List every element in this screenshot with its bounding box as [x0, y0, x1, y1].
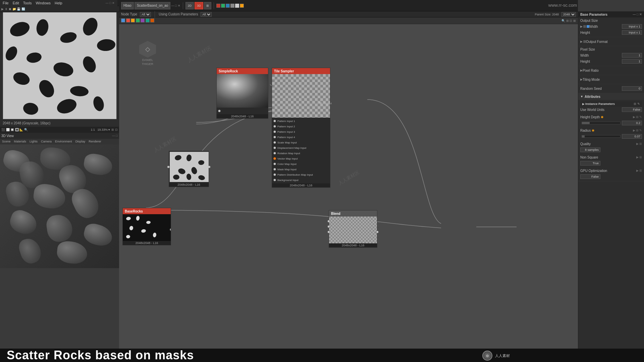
node-type-select[interactable]: All: [140, 12, 151, 17]
channel-blue[interactable]: [226, 4, 230, 8]
tab-materials[interactable]: Materials: [13, 139, 28, 143]
width-row: ▶ Width Input x 1: [580, 23, 642, 29]
blend-in-ports: [327, 220, 330, 233]
q-icon[interactable]: ▶: [636, 142, 639, 145]
port-dot: [273, 120, 276, 122]
hd-icon3[interactable]: ✎: [639, 115, 642, 119]
type-color-3[interactable]: [131, 18, 135, 22]
channel-gray[interactable]: [230, 4, 234, 8]
menu-help[interactable]: Help: [55, 1, 62, 5]
mode-3d[interactable]: 3D: [195, 2, 203, 9]
hd-icon2[interactable]: ⊞: [636, 115, 639, 119]
gpu-icon[interactable]: ▶: [636, 169, 639, 172]
tile-sampler-node[interactable]: Tile Sampler Output Pattern Input 1 Patt…: [272, 68, 330, 188]
height-label: Height: [580, 31, 622, 35]
attributes-section-title[interactable]: ▼ Attributes: [578, 93, 644, 100]
r-icon1[interactable]: ▶: [633, 129, 635, 132]
channel-yellow[interactable]: [240, 4, 244, 8]
node-editor: Node Type All Using Custom Parameters Al…: [119, 11, 578, 349]
expand-icon[interactable]: ▶: [580, 25, 583, 28]
menu-file[interactable]: File: [3, 1, 9, 5]
tab-lights[interactable]: Lights: [28, 139, 39, 143]
left-toolbar: ▶ ⏸ ⏹ 📁 💾 🔄: [0, 6, 119, 12]
chevron-icon2: ▶: [582, 103, 584, 106]
type-color-1[interactable]: [121, 18, 125, 22]
port-rotation: Rotation Map Input: [272, 150, 330, 156]
r-icon3[interactable]: ✎: [639, 129, 642, 132]
expand-icon3[interactable]: ▶: [580, 69, 583, 72]
blend-node[interactable]: Blend 2048x2048 - L16: [329, 210, 377, 248]
seed-label: Random Seed: [580, 87, 622, 90]
ns-icon2[interactable]: ⊞: [639, 156, 642, 159]
quality-val[interactable]: 8 samples: [580, 147, 600, 152]
tab-renderer[interactable]: Renderer: [87, 139, 103, 143]
pixel-size-label: Pixel Size: [580, 48, 642, 51]
node-canvas[interactable]: 人人素材区 人人素材区 人人素材区 人人素材区 ◇ DANIELTHIGER: [119, 24, 578, 349]
row-controls: ▶: [580, 40, 586, 43]
attributes-label: Attributes: [585, 95, 600, 99]
ns-icon[interactable]: ▶: [636, 156, 639, 159]
scatter-node[interactable]: Height output: [169, 151, 209, 187]
tab-camera[interactable]: Camera: [40, 139, 53, 143]
expand-icon4[interactable]: ▶: [580, 78, 583, 81]
type-color-5[interactable]: [141, 18, 145, 22]
mode-2d[interactable]: 2D: [185, 2, 194, 9]
height-depth-slider[interactable]: [582, 122, 621, 124]
menu-bar: File Edit Tools Windows Help — □ ✕: [0, 0, 117, 6]
tab-scene[interactable]: Scene: [1, 139, 12, 143]
width-value[interactable]: Input x 1: [622, 24, 642, 29]
hbao-btn[interactable]: Hbao: [121, 2, 134, 9]
q-icon2[interactable]: ⊞: [639, 142, 642, 145]
radius-slider[interactable]: [582, 135, 621, 138]
port-dot: [273, 146, 276, 149]
non-square-val[interactable]: True: [580, 161, 600, 166]
size-select[interactable]: 2048: [561, 12, 576, 17]
expand-icon2[interactable]: ▶: [580, 40, 583, 43]
menu-tools[interactable]: Tools: [23, 1, 32, 5]
gpu-val[interactable]: False: [580, 174, 600, 179]
port-dot: [273, 179, 276, 181]
height-value[interactable]: Input x 1: [622, 30, 642, 35]
type-color-6[interactable]: [146, 18, 150, 22]
radius-val[interactable]: 0.07: [622, 134, 642, 139]
height-port: [167, 166, 170, 168]
vector-map-label: Vector Map Input: [277, 157, 298, 160]
px-width-value[interactable]: 1: [622, 53, 642, 58]
channel-red[interactable]: [216, 4, 220, 8]
right-panel-title: Base Parameters: [580, 13, 607, 16]
instance-params-title[interactable]: ▶ Instance Parameters ⊞ ✎: [580, 101, 642, 107]
menu-windows[interactable]: Windows: [36, 1, 51, 5]
seed-value[interactable]: 0: [622, 86, 642, 91]
blend-in-3: [327, 231, 330, 233]
toolbar-divider-2: [214, 2, 214, 9]
channel-all[interactable]: [235, 4, 239, 8]
menu-edit[interactable]: Edit: [13, 1, 19, 5]
type-color-4[interactable]: [136, 18, 140, 22]
type-color-2[interactable]: [126, 18, 130, 22]
height-depth-val[interactable]: 0.2: [622, 121, 642, 125]
base-rocks-node[interactable]: BaseRocks: [122, 208, 171, 245]
channel-green[interactable]: [221, 4, 225, 8]
quality-value-row: 8 samples: [580, 147, 642, 153]
3d-view-tabs: Scene Materials Lights Camera Environmen…: [0, 139, 119, 144]
use-world-units-value[interactable]: False: [622, 107, 642, 112]
params-select[interactable]: All: [201, 12, 212, 17]
gpu-icon2[interactable]: ⊞: [639, 169, 642, 172]
port-vector-map: Vector Map Input: [272, 156, 330, 161]
tab-display[interactable]: Display: [74, 139, 87, 143]
preview-image-area: [3, 12, 117, 119]
tab-environment[interactable]: Environment: [54, 139, 73, 143]
blend-in-2: [327, 225, 330, 228]
3d-view-bar: 3D View — □: [0, 133, 119, 139]
hd-icon1[interactable]: ▶: [633, 115, 635, 119]
px-height-value[interactable]: 1: [622, 59, 642, 64]
file-btn[interactable]: ScatterBased_on_ao: [135, 2, 170, 9]
simple-rock-node[interactable]: SimpleRock 2048x2048 - L16: [216, 68, 268, 119]
bottom-bar: Scatter Rocks based on masks ⊙ 人人素材: [0, 349, 644, 362]
type-color-7[interactable]: [150, 18, 154, 22]
mode-split[interactable]: ⊞: [204, 2, 211, 9]
px-height-row: Height 1: [580, 58, 642, 64]
output-size-section: Output Size ▶ Width Input x 1 Height Inp…: [578, 17, 644, 37]
3d-view-label: 3D View: [1, 134, 14, 138]
r-icon2[interactable]: ⊞: [636, 129, 639, 132]
